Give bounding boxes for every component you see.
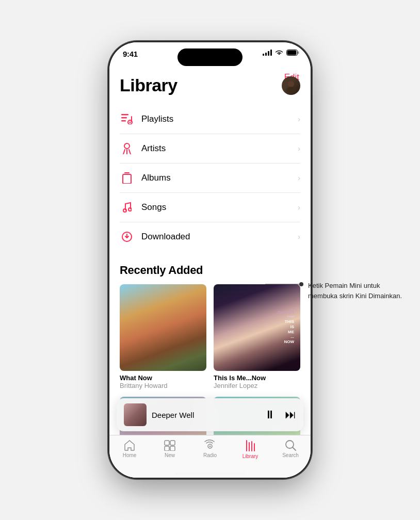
album-art-what-now: [120, 284, 206, 371]
annotation-text: Ketik Pemain Mini untuk membuka skrin Ki…: [308, 281, 403, 301]
playlist-icon: [120, 112, 134, 126]
battery-icon: [286, 50, 299, 56]
library-title: Library: [120, 75, 177, 95]
album-name-jennifer: This Is Me...Now: [214, 374, 300, 382]
menu-item-albums[interactable]: Albums ›: [120, 164, 300, 193]
tab-label-new: New: [165, 452, 175, 458]
status-time: 9:41: [123, 50, 138, 58]
chevron-albums: ›: [298, 174, 300, 182]
artist-icon: [120, 141, 134, 156]
tab-label-home: Home: [123, 452, 137, 458]
tab-new[interactable]: New: [150, 440, 190, 458]
forward-button[interactable]: ⏭: [285, 408, 296, 421]
signal-icon: [263, 50, 272, 56]
svg-rect-22: [165, 446, 169, 451]
svg-point-11: [124, 143, 130, 149]
svg-point-3: [288, 81, 294, 87]
signal-bar-1: [263, 54, 264, 56]
album-art-jennifer: JENNIFER Lopez THIS IS ME ... NOW: [214, 284, 300, 371]
svg-point-4: [286, 87, 296, 92]
scroll-area: Library: [109, 70, 311, 435]
menu-item-artists[interactable]: Artists ›: [120, 134, 300, 164]
status-icons: [263, 50, 299, 56]
svg-line-12: [123, 150, 125, 154]
album-item-what-now[interactable]: What Now Brittany Howard: [120, 284, 206, 389]
menu-label-playlists: Playlists: [141, 114, 298, 124]
phone-frame: 9:41: [109, 42, 311, 478]
menu-label-albums: Albums: [141, 173, 298, 183]
wifi-icon: [275, 50, 283, 56]
svg-rect-7: [121, 120, 126, 122]
svg-point-9: [130, 122, 131, 123]
mini-player-title: Deeper Well: [152, 411, 259, 419]
tab-label-radio: Radio: [203, 452, 217, 458]
menu-label-downloaded: Downloaded: [141, 232, 298, 242]
svg-rect-1: [298, 52, 299, 54]
play-pause-button[interactable]: ⏸: [264, 408, 276, 421]
annotation-line: [265, 277, 306, 292]
chevron-downloaded: ›: [298, 233, 300, 241]
svg-rect-15: [123, 174, 131, 184]
svg-point-29: [299, 282, 303, 286]
recently-added-title: Recently Added: [120, 264, 300, 277]
chevron-playlists: ›: [298, 115, 300, 123]
chevron-artists: ›: [298, 144, 300, 153]
svg-rect-10: [131, 116, 132, 122]
menu-item-playlists[interactable]: Playlists ›: [120, 105, 300, 134]
album-artist-what-now: Brittany Howard: [120, 382, 206, 389]
download-icon: [120, 230, 134, 244]
jennifer-album-text: JENNIFER Lopez THIS IS ME ... NOW: [277, 311, 294, 344]
menu-item-downloaded[interactable]: Downloaded ›: [120, 222, 300, 251]
chevron-songs: ›: [298, 203, 300, 212]
svg-point-25: [209, 446, 211, 447]
svg-line-27: [293, 447, 296, 450]
svg-rect-6: [121, 117, 127, 119]
svg-point-18: [128, 208, 132, 211]
search-icon: [285, 440, 296, 451]
albums-icon: [120, 171, 134, 185]
signal-bar-3: [268, 51, 269, 56]
tab-library[interactable]: Library: [230, 440, 270, 459]
library-icon: [245, 440, 256, 452]
svg-line-14: [129, 150, 131, 154]
menu-label-artists: Artists: [141, 143, 298, 154]
avatar-image: [284, 79, 298, 92]
svg-rect-5: [121, 114, 128, 116]
mini-player[interactable]: Deeper Well ⏸ ⏭: [117, 398, 303, 431]
album-name-what-now: What Now: [120, 374, 206, 382]
avatar[interactable]: [282, 76, 300, 95]
album-artist-jennifer: Jennifer Lopez: [214, 382, 300, 389]
annotation-container: Ketik Pemain Mini untuk membuka skrin Ki…: [303, 281, 403, 301]
svg-rect-21: [170, 441, 175, 445]
tab-radio[interactable]: Radio: [190, 440, 230, 458]
mini-player-controls: ⏸ ⏭: [264, 408, 296, 421]
svg-rect-20: [165, 441, 169, 445]
mini-player-art: [124, 403, 147, 426]
svg-point-17: [123, 209, 126, 212]
svg-rect-23: [170, 446, 175, 451]
svg-rect-16: [124, 172, 130, 173]
home-icon: [123, 440, 136, 451]
menu-label-songs: Songs: [141, 202, 298, 213]
tab-label-library: Library: [243, 453, 259, 459]
album-item-jennifer[interactable]: JENNIFER Lopez THIS IS ME ... NOW T: [214, 284, 300, 389]
songs-icon: [120, 200, 134, 215]
library-header: Library: [120, 75, 300, 95]
tab-bar: Home New: [109, 435, 311, 478]
tab-home[interactable]: Home: [109, 440, 150, 458]
library-menu: Playlists › Artist: [120, 105, 300, 251]
dynamic-island: [177, 48, 243, 66]
signal-bar-4: [270, 50, 272, 56]
radio-icon: [203, 440, 217, 451]
svg-rect-2: [287, 51, 297, 55]
new-icon: [164, 440, 176, 451]
screen: 9:41: [109, 42, 311, 478]
tab-label-search: Search: [282, 452, 299, 458]
signal-bar-2: [265, 53, 267, 56]
tab-search[interactable]: Search: [270, 440, 311, 458]
menu-item-songs[interactable]: Songs ›: [120, 193, 300, 222]
